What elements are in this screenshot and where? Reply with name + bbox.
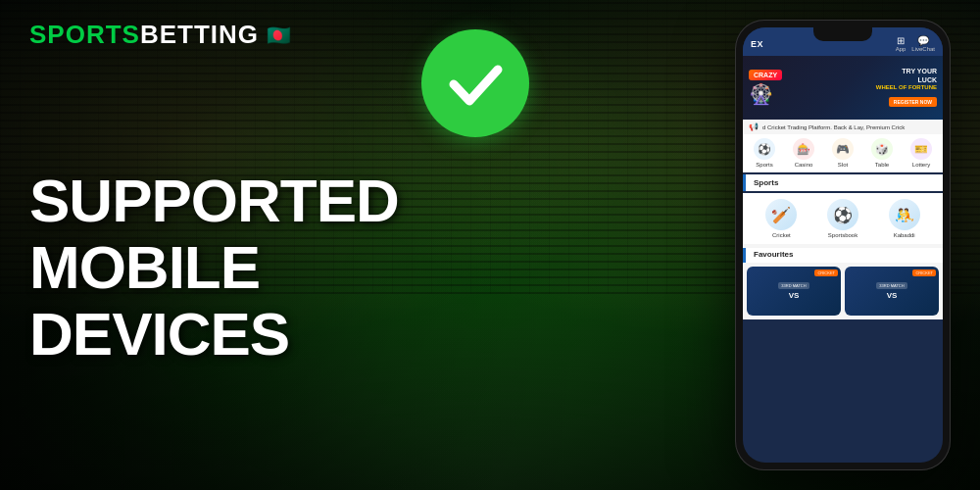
chat-icon: 💬: [917, 35, 929, 46]
banner-left: CRAZY 🎡: [749, 70, 782, 106]
wheel-icon: 🎡: [749, 82, 782, 106]
vs-text-1: VS: [789, 291, 800, 300]
match-tag-2: 33RD MATCH: [876, 282, 906, 289]
slot-tab-icon: 🎮: [832, 138, 854, 160]
livechat-icon: 💬 LiveChat: [911, 35, 935, 52]
cricket-icon: 🏏: [765, 199, 797, 230]
nav-tabs: ⚽ Sports 🎰 Casino 🎮 Slot 🎲 Table 🎫: [743, 134, 943, 172]
favourite-cards: 33RD MATCH VS CRICKET 33RD MATCH VS CRIC…: [743, 263, 943, 319]
sportsbook-icon: ⚽: [827, 199, 858, 230]
sport-item-sportsbook[interactable]: ⚽ Sportsbook: [827, 199, 858, 238]
lottery-tab-label: Lottery: [912, 162, 930, 168]
logo-flag: 🇧🇩: [265, 25, 292, 45]
sportsbook-label: Sportsbook: [828, 232, 858, 238]
sports-tab-icon: ⚽: [754, 138, 775, 160]
sports-icons: 🏏 Cricket ⚽ Sportsbook 🤼 Kabaddi: [743, 193, 943, 244]
news-ticker: 📢 d Cricket Trading Platform. Back & Lay…: [743, 120, 943, 134]
main-heading: Supported Mobile Devices: [29, 168, 519, 368]
app-icon: ⊞ App: [896, 35, 906, 52]
app-label: App: [896, 46, 906, 52]
sports-section-title: Sports: [743, 174, 943, 191]
kabaddi-label: Kabaddi: [894, 232, 915, 238]
cricket-label: Cricket: [772, 232, 791, 238]
banner-right: TRY YOURLUCK WHEEL OF FORTUNE REGISTER N…: [782, 68, 937, 108]
tab-slot[interactable]: 🎮 Slot: [832, 138, 854, 168]
ticker-text: d Cricket Trading Platform. Back & Lay, …: [762, 124, 905, 130]
sports-tab-label: Sports: [756, 162, 772, 168]
phone-notch: [813, 27, 872, 41]
fav-card-1[interactable]: 33RD MATCH VS CRICKET: [747, 267, 841, 316]
casino-tab-label: Casino: [795, 162, 813, 168]
logo-betting: BETTING: [140, 20, 259, 49]
favourites-section: Favourites 33RD MATCH VS CRICKET 33RD MA…: [743, 244, 943, 319]
tab-sports[interactable]: ⚽ Sports: [754, 138, 775, 168]
livechat-label: LiveChat: [911, 46, 935, 52]
heading-line2: Mobile Devices: [29, 233, 289, 368]
crazy-badge: CRAZY: [749, 70, 782, 80]
megaphone-icon: 📢: [749, 122, 759, 131]
table-tab-icon: 🎲: [871, 138, 893, 160]
casino-tab-icon: 🎰: [793, 138, 814, 160]
table-tab-label: Table: [875, 162, 889, 168]
sports-section-label: Sports: [754, 178, 778, 187]
logo-sports: SPORTS: [29, 20, 140, 49]
favourites-title: Favourites: [743, 248, 943, 263]
phone-screen: EX ⊞ App 💬 LiveChat CRAZY 🎡: [743, 27, 943, 463]
match-tag-1: 33RD MATCH: [778, 282, 808, 289]
phone-mockup: EX ⊞ App 💬 LiveChat CRAZY 🎡: [735, 20, 951, 470]
slot-tab-label: Slot: [838, 162, 848, 168]
sport-tag-1: CRICKET: [814, 270, 838, 276]
register-now-button[interactable]: REGISTER NOW: [889, 97, 937, 107]
try-your-luck-text: TRY YOURLUCK: [788, 68, 937, 84]
kabaddi-icon: 🤼: [889, 199, 920, 230]
header-icons: ⊞ App 💬 LiveChat: [896, 35, 935, 52]
sport-tag-2: CRICKET: [912, 270, 936, 276]
tab-lottery[interactable]: 🎫 Lottery: [910, 138, 932, 168]
tab-casino[interactable]: 🎰 Casino: [793, 138, 814, 168]
app-logo: EX: [751, 39, 763, 49]
checkmark-badge: [421, 29, 529, 137]
sport-item-kabaddi[interactable]: 🤼 Kabaddi: [889, 199, 920, 238]
lottery-tab-icon: 🎫: [910, 138, 932, 160]
promo-banner: CRAZY 🎡 TRY YOURLUCK WHEEL OF FORTUNE RE…: [743, 56, 943, 120]
app-download-icon: ⊞: [897, 35, 905, 46]
checkmark-icon: [444, 52, 508, 116]
vs-text-2: VS: [887, 291, 898, 300]
phone-outer: EX ⊞ App 💬 LiveChat CRAZY 🎡: [735, 20, 951, 470]
sport-item-cricket[interactable]: 🏏 Cricket: [765, 199, 797, 238]
fav-card-2[interactable]: 33RD MATCH VS CRICKET: [845, 267, 939, 316]
wheel-of-fortune-text: WHEEL OF FORTUNE: [788, 84, 937, 90]
tab-table[interactable]: 🎲 Table: [871, 138, 893, 168]
heading-line1: Supported: [29, 167, 399, 234]
favourites-label: Favourites: [754, 250, 793, 259]
